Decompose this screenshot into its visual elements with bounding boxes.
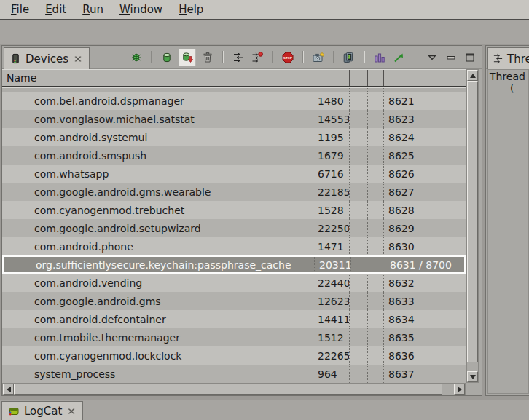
view-menu-icon[interactable] <box>425 50 439 65</box>
process-row[interactable]: com.tmobile.thememanager15128635 <box>2 328 466 346</box>
dump-hprof-icon[interactable] <box>179 49 196 66</box>
empty-cell <box>367 365 383 383</box>
start-method-profiling-icon[interactable] <box>250 50 264 65</box>
empty-cell <box>349 310 367 328</box>
process-row[interactable]: com.android.phone14718630 <box>2 237 466 255</box>
process-name-cell: com.google.android.gms.wearable <box>2 183 313 201</box>
process-name-cell: com.vonglasow.michael.satstat <box>2 110 313 128</box>
process-row[interactable]: com.android.smspush16798625 <box>2 146 466 165</box>
pid-cell: 22440 <box>313 274 349 292</box>
maximize-icon[interactable] <box>463 50 477 65</box>
empty-cell <box>349 110 367 128</box>
menu-item-file[interactable]: File <box>3 1 37 18</box>
process-row[interactable]: com.cyanogenmod.lockclock222658636 <box>2 346 466 365</box>
tab-logcat-close-icon[interactable] <box>66 406 77 416</box>
process-name-cell: com.android.smspush <box>2 146 313 165</box>
pid-cell: 964 <box>313 365 349 383</box>
process-row[interactable]: com.bel.android.dspmanager14808621 <box>2 92 466 110</box>
process-name-cell: system_process <box>2 365 313 383</box>
threads-panel: Threa Thread up ( <box>485 45 529 396</box>
threads-icon <box>493 53 503 65</box>
threads-message-line2: ( <box>488 82 528 94</box>
vertical-scroll-thumb[interactable] <box>467 81 478 362</box>
process-row[interactable]: com.android.systemui11958624 <box>2 128 466 146</box>
process-name-cell: com.tmobile.thememanager <box>2 328 313 346</box>
column-separator[interactable] <box>367 70 368 86</box>
scroll-down-button[interactable] <box>467 371 478 382</box>
menu-item-run[interactable]: Run <box>74 1 111 18</box>
start-tracing-icon[interactable] <box>391 50 406 65</box>
empty-cell <box>349 365 367 383</box>
tab-threads[interactable]: Threa <box>487 47 529 69</box>
horizontal-scrollbar[interactable] <box>2 383 466 395</box>
column-separator[interactable] <box>349 70 350 86</box>
menu-item-window[interactable]: Window <box>111 1 171 18</box>
process-row[interactable]: com.android.vending224408632 <box>2 274 466 292</box>
process-name-cell: com.android.defcontainer <box>2 310 313 328</box>
process-row[interactable]: com.google.android.gms.wearable221858627 <box>2 183 466 201</box>
process-row[interactable]: com.whatsapp67168626 <box>2 165 466 183</box>
scroll-left-button[interactable] <box>3 384 14 395</box>
table-header[interactable]: Name <box>2 69 466 87</box>
menu-item-edit[interactable]: Edit <box>37 1 74 18</box>
heap-updates-icon[interactable] <box>372 50 387 65</box>
pid-cell: 1195 <box>313 128 349 146</box>
tab-devices[interactable]: Devices <box>4 47 90 69</box>
empty-cell <box>349 292 367 310</box>
process-row[interactable]: com.google.android.gms126238633 <box>2 292 466 310</box>
debug-process-icon[interactable] <box>129 50 144 65</box>
empty-cell <box>367 201 383 219</box>
process-row[interactable]: com.google.android.setupwizard222508629 <box>2 219 466 237</box>
process-row[interactable]: system_process9648637 <box>2 365 466 383</box>
toolbar-separator <box>272 51 273 63</box>
capture-ui-hierarchy-icon[interactable] <box>342 50 356 65</box>
tab-devices-close-icon[interactable] <box>73 54 83 64</box>
port-cell: 8627 <box>383 183 466 201</box>
update-threads-icon[interactable] <box>231 50 246 65</box>
empty-cell <box>367 274 383 292</box>
process-name-cell: com.android.vending <box>2 274 313 292</box>
update-heap-icon[interactable] <box>160 50 174 65</box>
horizontal-scroll-thumb[interactable] <box>14 384 442 395</box>
empty-cell <box>349 183 367 201</box>
port-cell: 8636 <box>383 346 466 365</box>
scroll-right-button[interactable] <box>454 384 465 395</box>
empty-cell <box>367 328 383 346</box>
pid-cell: 1528 <box>313 201 349 219</box>
process-row[interactable]: com.android.defcontainer144118634 <box>2 310 466 328</box>
empty-cell <box>367 346 383 365</box>
menu-item-help[interactable]: Help <box>171 1 211 18</box>
threads-content: Thread up ( <box>487 69 529 394</box>
minimize-icon[interactable] <box>444 50 458 65</box>
threads-message-line1: Thread up <box>488 71 528 82</box>
threads-tabbar: Threa <box>486 46 529 69</box>
empty-cell <box>349 201 367 219</box>
stop-process-icon[interactable]: STOP <box>281 50 295 65</box>
pid-cell: 20311 <box>314 257 350 272</box>
svg-text:STOP: STOP <box>283 55 292 59</box>
column-separator[interactable] <box>383 70 384 86</box>
pid-cell: 14411 <box>313 310 349 328</box>
column-separator[interactable] <box>313 70 313 86</box>
screen-capture-icon[interactable] <box>311 50 326 65</box>
column-header-name: Name <box>2 72 36 84</box>
device-phone-icon <box>10 53 21 65</box>
up-arrow-icon <box>470 74 476 78</box>
empty-cell <box>367 183 383 201</box>
main-toolbar <box>0 20 529 44</box>
cause-gc-icon[interactable] <box>200 50 215 65</box>
vertical-scrollbar[interactable] <box>466 69 479 383</box>
tab-logcat[interactable]: LogCat <box>1 401 83 420</box>
pid-cell: 14553 <box>313 110 349 128</box>
process-name-cell: com.whatsapp <box>2 165 313 183</box>
port-cell: 8625 <box>383 146 466 165</box>
empty-cell <box>367 92 383 110</box>
toolbar-separator <box>222 51 224 63</box>
process-row[interactable]: com.vonglasow.michael.satstat145538623 <box>2 110 466 128</box>
process-row-selected[interactable]: org.sufficientlysecure.keychain:passphra… <box>2 255 466 274</box>
scroll-up-button[interactable] <box>467 70 478 81</box>
toolbar-separator <box>364 51 365 63</box>
port-cell: 8623 <box>383 110 466 128</box>
pid-cell: 1679 <box>313 146 349 165</box>
process-row[interactable]: com.cyanogenmod.trebuchet15288628 <box>2 201 466 219</box>
